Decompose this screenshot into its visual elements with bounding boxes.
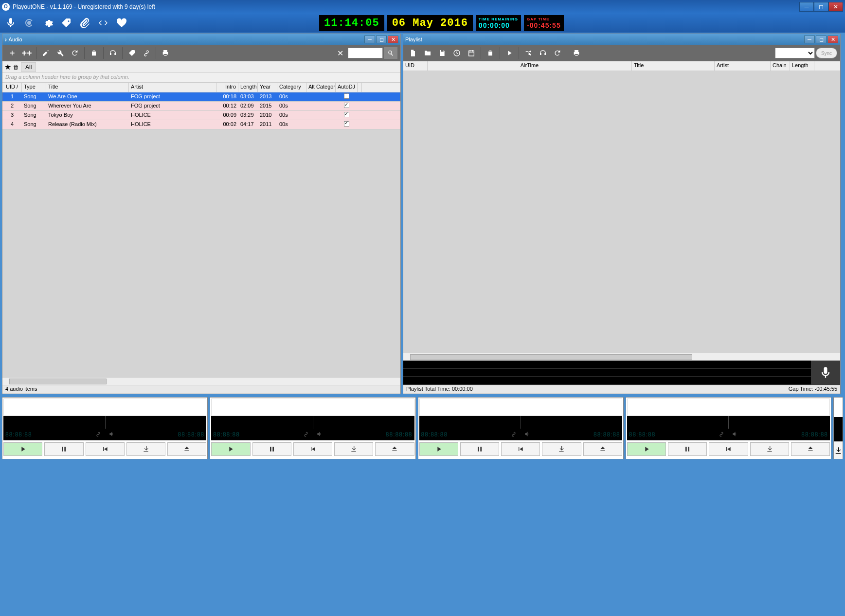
- player-waveform[interactable]: [211, 416, 414, 429]
- filter-all-button[interactable]: All: [21, 62, 36, 72]
- player-waveform[interactable]: [419, 416, 622, 429]
- side-load-button[interactable]: [834, 441, 843, 459]
- tag-tool-button[interactable]: [125, 47, 139, 59]
- player-eject-button[interactable]: [583, 442, 622, 456]
- code-icon[interactable]: [97, 17, 109, 29]
- player-load-button[interactable]: [334, 442, 373, 456]
- play-button[interactable]: [503, 47, 516, 59]
- clear-search-button[interactable]: ✕: [333, 47, 347, 59]
- delete-button[interactable]: [87, 47, 101, 59]
- table-row[interactable]: 4SongRelease (Radio Mix)HOLICE00:0204:17…: [2, 120, 400, 129]
- player-prev-button[interactable]: [293, 442, 332, 456]
- broadcast-icon[interactable]: [23, 17, 35, 29]
- player-pause-button[interactable]: [44, 442, 83, 456]
- player-volume-icon[interactable]: [108, 431, 115, 439]
- player-play-button[interactable]: [627, 442, 666, 456]
- player-link-icon[interactable]: [95, 431, 102, 439]
- star-icon[interactable]: ★: [4, 62, 11, 72]
- sync-toggle[interactable]: Sync: [816, 48, 837, 58]
- edit-button[interactable]: [39, 47, 53, 59]
- audio-maximize-button[interactable]: ◻: [376, 36, 387, 43]
- mic-icon[interactable]: [5, 17, 17, 29]
- player-prev-button[interactable]: [709, 442, 748, 456]
- col-artist[interactable]: Artist: [129, 83, 216, 92]
- player-load-button[interactable]: [542, 442, 581, 456]
- col-intro[interactable]: Intro: [216, 83, 238, 92]
- player-link-icon[interactable]: [718, 431, 725, 439]
- player-pause-button[interactable]: [252, 442, 291, 456]
- tag-icon[interactable]: [60, 17, 72, 29]
- audio-scroll-h[interactable]: [2, 377, 400, 385]
- player-volume-icon[interactable]: [732, 431, 738, 439]
- shuffle-button[interactable]: [521, 47, 535, 59]
- table-row[interactable]: 2SongWherever You AreFOG project00:1202:…: [2, 102, 400, 111]
- playlist-combo[interactable]: [775, 48, 815, 58]
- pcol-airtime[interactable]: AirTime: [428, 61, 632, 71]
- audio-close-button[interactable]: ✕: [388, 36, 398, 43]
- player-prev-button[interactable]: [86, 442, 125, 456]
- col-autodj[interactable]: AutoDJ: [336, 83, 358, 92]
- player-play-button[interactable]: [211, 442, 250, 456]
- player-prev-button[interactable]: [501, 442, 540, 456]
- player-waveform[interactable]: [3, 416, 206, 429]
- col-type[interactable]: Type: [22, 83, 46, 92]
- playlist-minimize-button[interactable]: ─: [804, 36, 815, 43]
- player-eject-button[interactable]: [167, 442, 206, 456]
- player-volume-icon[interactable]: [316, 431, 323, 439]
- audio-minimize-button[interactable]: ─: [364, 36, 375, 43]
- playlist-panel-header[interactable]: Playlist ─ ◻ ✕: [403, 34, 840, 45]
- open-folder-button[interactable]: [421, 47, 434, 59]
- pcol-artist[interactable]: Artist: [715, 61, 771, 71]
- col-category[interactable]: Category: [277, 83, 306, 92]
- minimize-button[interactable]: ─: [799, 2, 814, 12]
- calendar-button[interactable]: [465, 47, 478, 59]
- col-altcategory[interactable]: Alt Category: [306, 83, 336, 92]
- col-year[interactable]: Year: [258, 83, 277, 92]
- playlist-refresh-button[interactable]: [551, 47, 564, 59]
- audio-table[interactable]: 1SongWe Are OneFOG project00:1803:032013…: [2, 92, 400, 377]
- player-link-icon[interactable]: [510, 431, 517, 439]
- player-pause-button[interactable]: [668, 442, 707, 456]
- wrench-button[interactable]: [54, 47, 67, 59]
- pcol-title[interactable]: Title: [632, 61, 715, 71]
- playlist-scroll-h[interactable]: [403, 353, 840, 361]
- player-load-button[interactable]: [750, 442, 789, 456]
- print-button[interactable]: [159, 47, 172, 59]
- headphones-button[interactable]: [106, 47, 120, 59]
- player-pause-button[interactable]: [460, 442, 499, 456]
- player-volume-icon[interactable]: [524, 431, 531, 439]
- search-input[interactable]: [348, 48, 383, 58]
- audio-panel-header[interactable]: ♪ Audio ─ ◻ ✕: [2, 34, 400, 45]
- mic-large-icon[interactable]: [811, 361, 840, 385]
- player-link-icon[interactable]: [303, 431, 309, 439]
- maximize-button[interactable]: ◻: [814, 2, 828, 12]
- group-hint[interactable]: Drag a column header here to group by th…: [2, 73, 400, 83]
- heart-icon[interactable]: [116, 17, 127, 29]
- attachment-icon[interactable]: [79, 17, 90, 29]
- col-uid[interactable]: UID /: [2, 83, 22, 92]
- player-waveform[interactable]: [627, 416, 830, 429]
- playlist-headphones-button[interactable]: [536, 47, 550, 59]
- close-button[interactable]: ✕: [828, 2, 843, 12]
- link-button[interactable]: [140, 47, 153, 59]
- col-length[interactable]: Length: [238, 83, 258, 92]
- player-play-button[interactable]: [419, 442, 458, 456]
- pcol-chain[interactable]: Chain: [771, 61, 790, 71]
- settings-icon[interactable]: [42, 17, 54, 29]
- add-multi-button[interactable]: ++: [20, 47, 34, 59]
- trash-icon[interactable]: 🗑: [13, 64, 19, 71]
- playlist-delete-button[interactable]: [484, 47, 497, 59]
- pcol-uid[interactable]: UID: [403, 61, 428, 71]
- table-row[interactable]: 1SongWe Are OneFOG project00:1803:032013…: [2, 92, 400, 102]
- playlist-body[interactable]: [403, 71, 840, 353]
- col-title[interactable]: Title: [46, 83, 129, 92]
- player-load-button[interactable]: [126, 442, 165, 456]
- player-play-button[interactable]: [3, 442, 42, 456]
- table-row[interactable]: 3SongTokyo BoyHOLICE00:0903:29201000s: [2, 111, 400, 120]
- playlist-maximize-button[interactable]: ◻: [816, 36, 827, 43]
- playlist-print-button[interactable]: [570, 47, 583, 59]
- player-eject-button[interactable]: [375, 442, 414, 456]
- pcol-length[interactable]: Length: [790, 61, 814, 71]
- add-button[interactable]: [5, 47, 19, 59]
- refresh-button[interactable]: [68, 47, 82, 59]
